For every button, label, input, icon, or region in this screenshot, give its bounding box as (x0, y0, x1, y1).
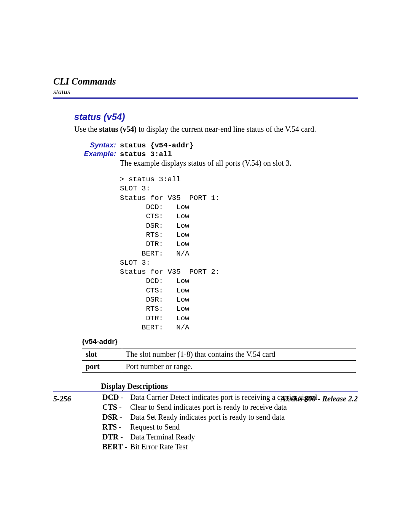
example-label: Example: (82, 150, 116, 158)
param-table: slot The slot number (1-8) that contains… (82, 348, 356, 373)
desc-abbr: DTR (102, 433, 118, 441)
page-footer: 5-256 Axxius 800 - Release 2.2 (53, 391, 358, 403)
desc-text: Clear to Send indicates port is ready to… (129, 402, 319, 412)
syntax-value: status {v54-addr} (120, 141, 194, 150)
footer-rule (53, 391, 358, 392)
list-item: RTS -Request to Send (101, 422, 319, 432)
list-item: CTS -Clear to Send indicates port is rea… (101, 402, 319, 412)
example-line: Example: status 3:all (82, 150, 358, 158)
header-rule (53, 97, 358, 99)
param-heading: {v54-addr} (82, 337, 358, 346)
intro-pre: Use the (74, 125, 99, 133)
display-desc-heading: Display Descriptions (101, 382, 358, 391)
command-title: status (v54) (74, 112, 358, 122)
desc-abbr: RTS (102, 423, 117, 431)
desc-text: Data Set Ready indicates port is ready t… (129, 412, 319, 422)
syntax-line: Syntax: status {v54-addr} (82, 141, 358, 150)
example-description: The example displays status of all ports… (120, 158, 358, 168)
param-desc: Port number or range. (122, 361, 356, 373)
table-row: port Port number or range. (82, 361, 356, 373)
list-item: DSR -Data Set Ready indicates port is re… (101, 412, 319, 422)
command-intro: Use the status (v54) to display the curr… (74, 125, 358, 134)
param-desc: The slot number (1-8) that contains the … (122, 348, 356, 361)
product-release: Axxius 800 - Release 2.2 (280, 395, 358, 403)
footer-row: 5-256 Axxius 800 - Release 2.2 (53, 395, 358, 403)
syntax-example-block: Syntax: status {v54-addr} Example: statu… (82, 141, 358, 332)
chapter-subtitle: status (53, 88, 358, 96)
example-value: status 3:all (120, 150, 172, 158)
intro-post: to display the current near-end line sta… (137, 125, 316, 133)
param-key: slot (82, 348, 122, 361)
list-item: BERT -Bit Error Rate Test (101, 442, 319, 452)
table-row: slot The slot number (1-8) that contains… (82, 348, 356, 361)
desc-text: Data Terminal Ready (129, 432, 319, 442)
desc-text: Bit Error Rate Test (129, 442, 319, 452)
desc-text: Request to Send (129, 422, 319, 432)
terminal-output: > status 3:all SLOT 3: Status for V35 PO… (120, 175, 358, 332)
desc-abbr: CTS (102, 403, 117, 411)
intro-bold: status (v54) (99, 125, 137, 133)
param-key: port (82, 361, 122, 373)
page-number: 5-256 (53, 395, 71, 403)
syntax-label: Syntax: (82, 141, 116, 149)
desc-abbr: DSR (102, 413, 118, 421)
desc-abbr: BERT (102, 443, 123, 451)
list-item: DTR -Data Terminal Ready (101, 432, 319, 442)
chapter-title: CLI Commands (53, 76, 358, 87)
